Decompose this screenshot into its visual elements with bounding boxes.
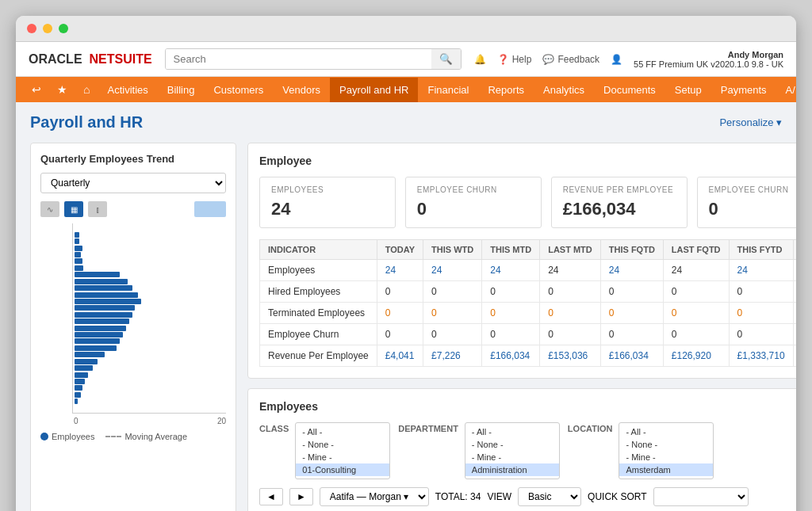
nav-vendors[interactable]: Vendors xyxy=(273,78,330,102)
location-filter: LOCATION - All - - None - - Mine - Amste… xyxy=(568,422,714,479)
range-select[interactable]: Aatifa — Morgan ▾ xyxy=(320,487,429,506)
loc-option-none[interactable]: - None - xyxy=(619,438,713,451)
column-chart-icon[interactable]: ⫿ xyxy=(88,201,107,217)
loc-option-all[interactable]: - All - xyxy=(619,425,713,438)
td-term-fqtd: 0 xyxy=(600,303,663,324)
x-label-0: 0 xyxy=(74,417,79,425)
loc-option-amsterdam[interactable]: Amsterdam xyxy=(619,463,713,476)
td-hired: Hired Employees xyxy=(260,281,377,303)
quicksort-select[interactable] xyxy=(653,487,749,506)
td-rev-fqtd: £166,034 xyxy=(600,345,663,367)
back-icon[interactable]: ↩ xyxy=(24,77,49,102)
favorites-icon[interactable]: ★ xyxy=(49,77,75,102)
search-input[interactable] xyxy=(166,49,431,69)
td-hired-wtd: 0 xyxy=(423,281,482,303)
search-button[interactable]: 🔍 xyxy=(431,49,461,69)
td-churn-lmtd: 0 xyxy=(540,324,601,345)
bar-13 xyxy=(75,312,132,318)
table-row: Hired Employees 0 0 0 0 0 0 0 0 xyxy=(260,281,797,303)
class-option-mine[interactable]: - Mine - xyxy=(296,451,389,463)
bar-3 xyxy=(75,246,82,251)
personalize-link[interactable]: Personalize ▾ xyxy=(719,116,782,128)
nav-financial[interactable]: Financial xyxy=(418,78,478,102)
td-revenue: Revenue Per Employee xyxy=(260,345,377,367)
stats-table: INDICATOR TODAY THIS WTD THIS MTD LAST M… xyxy=(259,239,796,367)
nav-analytics[interactable]: Analytics xyxy=(534,78,594,102)
td-terminated: Terminated Employees xyxy=(260,303,377,324)
chart-x-labels: 0 20 xyxy=(72,417,226,425)
header-actions: 🔔 ❓ Help 💬 Feedback 👤 Andy Morgan 55 FF … xyxy=(474,50,783,69)
kpi-employees: EMPLOYEES 24 xyxy=(259,177,396,228)
th-today: TODAY xyxy=(377,240,423,260)
loc-option-mine[interactable]: - Mine - xyxy=(619,451,713,463)
legend-employees-label: Employees xyxy=(52,432,94,441)
nav-payroll-hr[interactable]: Payroll and HR xyxy=(330,78,418,102)
x-label-20: 20 xyxy=(217,417,226,425)
th-last-mtd: LAST MTD xyxy=(540,240,601,260)
td-emp-fqtd: 24 xyxy=(600,260,663,281)
prev-page-btn[interactable]: ◄ xyxy=(259,488,283,505)
nav-setup[interactable]: Setup xyxy=(665,78,711,102)
next-page-btn[interactable]: ► xyxy=(289,488,313,505)
bar-26 xyxy=(75,399,78,404)
class-filter: CLASS - All - - None - - Mine - 01-Consu… xyxy=(259,422,390,479)
view-label: VIEW xyxy=(487,491,511,502)
help-btn[interactable]: ❓ Help xyxy=(497,54,532,65)
main-nav: ↩ ★ ⌂ Activities Billing Customers Vendo… xyxy=(16,77,796,102)
nav-reports[interactable]: Reports xyxy=(478,78,534,102)
class-option-consulting[interactable]: 01-Consulting xyxy=(296,463,389,476)
class-list[interactable]: - All - - None - - Mine - 01-Consulting xyxy=(295,422,390,479)
nav-documents[interactable]: Documents xyxy=(594,78,665,102)
table-row: Employees 24 24 24 24 24 24 24 24 xyxy=(260,260,797,281)
bar-12 xyxy=(75,305,135,311)
table-row: Employee Churn 0 0 0 0 0 0 0 0 xyxy=(260,324,797,345)
bar-17 xyxy=(75,338,120,344)
line-chart-icon[interactable]: ∿ xyxy=(40,201,59,217)
dept-option-admin[interactable]: Administration xyxy=(465,463,559,476)
location-list[interactable]: - All - - None - - Mine - Amsterdam xyxy=(619,422,714,479)
minimize-btn[interactable] xyxy=(43,24,52,33)
class-option-all[interactable]: - All - xyxy=(296,425,389,438)
user-role: 55 FF Premium UK v2020.1.0 9.8 - UK xyxy=(634,59,783,69)
bar-19 xyxy=(75,352,105,357)
chart-icon-bar: ∿ ▦ ⫿ xyxy=(40,201,226,217)
employees-section: Employees CLASS - All - - None - - Mine … xyxy=(247,388,796,511)
legend-moving-avg-line xyxy=(105,436,121,437)
bar-11 xyxy=(75,299,141,304)
logo-netsuite: NETSUITE xyxy=(89,52,151,66)
nav-customers[interactable]: Customers xyxy=(204,78,273,102)
department-list[interactable]: - All - - None - - Mine - Administration xyxy=(465,422,560,479)
home-icon[interactable]: ⌂ xyxy=(75,77,98,102)
nav-payments[interactable]: Payments xyxy=(711,78,776,102)
kpi-churn2-label: EMPLOYEE CHURN xyxy=(709,185,796,194)
class-label: CLASS xyxy=(259,424,289,433)
td-hired-fytd: 0 xyxy=(729,281,793,303)
bar-23 xyxy=(75,379,85,384)
dept-option-mine[interactable]: - Mine - xyxy=(465,451,559,463)
legend-employees-dot xyxy=(40,433,48,440)
view-select[interactable]: Basic xyxy=(518,487,581,506)
td-emp-lfqtd: 24 xyxy=(663,260,729,281)
nav-billing[interactable]: Billing xyxy=(158,78,205,102)
notifications-btn[interactable]: 🔔 xyxy=(474,54,486,65)
stats-section: Employee EMPLOYEES 24 EMPLOYEE CHURN 0 xyxy=(247,143,796,379)
kpi-revenue-label: REVENUE PER EMPLOYEE xyxy=(563,185,676,194)
table-row: Revenue Per Employee £4,041 £7,226 £166,… xyxy=(260,345,797,367)
dept-option-all[interactable]: - All - xyxy=(465,425,559,438)
maximize-btn[interactable] xyxy=(59,24,68,33)
td-term-last: 0 xyxy=(793,303,796,324)
nav-activities[interactable]: Activities xyxy=(98,78,157,102)
period-select[interactable]: Quarterly xyxy=(40,173,226,193)
close-btn[interactable] xyxy=(27,24,36,33)
nav-ar[interactable]: A/R xyxy=(776,78,796,102)
kpi-churn: EMPLOYEE CHURN 0 xyxy=(405,177,542,228)
bar-chart-icon[interactable]: ▦ xyxy=(64,201,83,217)
user-info: Andy Morgan 55 FF Premium UK v2020.1.0 9… xyxy=(634,50,783,69)
feedback-btn[interactable]: 💬 Feedback xyxy=(542,54,599,65)
chart-legend: Employees Moving Average xyxy=(40,432,226,441)
bar-10 xyxy=(75,292,138,298)
class-option-none[interactable]: - None - xyxy=(296,438,389,451)
bar-22 xyxy=(75,372,88,378)
dept-option-none[interactable]: - None - xyxy=(465,438,559,451)
bar-9 xyxy=(75,285,132,291)
